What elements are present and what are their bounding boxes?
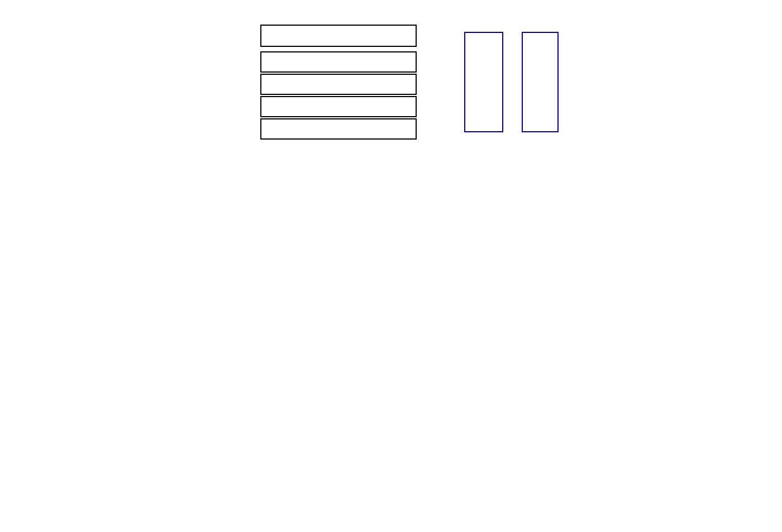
match-table-labels [38, 433, 55, 532]
hsc-cutout [226, 291, 332, 392]
fiber1-smoothed-image [365, 52, 416, 71]
fiber1-2dspec-image [261, 52, 312, 71]
fiber2-2dspec-image [261, 75, 312, 94]
fiber2-pixelflat-image [313, 75, 364, 94]
spec2d-row-fiber-1 [260, 51, 417, 73]
fiber2-smoothed-image [365, 75, 416, 94]
spec2d-row-fiber-2 [260, 74, 417, 95]
clean-image [523, 33, 557, 131]
spec2d-row-fiber-4 [260, 118, 417, 140]
fiber1-pixelflat-image [313, 52, 364, 71]
fiber3-pixelflat-image [313, 97, 364, 116]
fiber3-2dspec-image [261, 97, 312, 116]
lineflux-map-cutout [122, 291, 228, 392]
spec2d-row-fiber-3 [260, 96, 417, 117]
fiber-positions-overlay [19, 291, 125, 392]
fiber4-pixelflat-image [313, 119, 364, 138]
spec2d-row-weighted [260, 25, 417, 47]
match-table-values [160, 428, 177, 532]
hsc-overlay [226, 291, 332, 392]
withsky-image-frame [464, 32, 503, 132]
spec2d-panel [248, 17, 452, 143]
fiber-positions-cutout [19, 291, 125, 392]
weighted-smoothed-image [365, 26, 416, 46]
line-fit-chart [561, 26, 726, 127]
fiber4-smoothed-image [365, 119, 416, 138]
elixer-report [0, 0, 782, 532]
weighted-2dspec-image [261, 26, 312, 46]
clean-image-frame [522, 32, 559, 132]
withsky-image [465, 33, 502, 131]
lineflux-map-overlay [122, 291, 228, 392]
weighted-pixelflat-image [313, 26, 364, 46]
fiber3-smoothed-image [365, 97, 416, 116]
fiber4-2dspec-image [261, 119, 312, 138]
full-spectrum-chart [34, 150, 735, 270]
